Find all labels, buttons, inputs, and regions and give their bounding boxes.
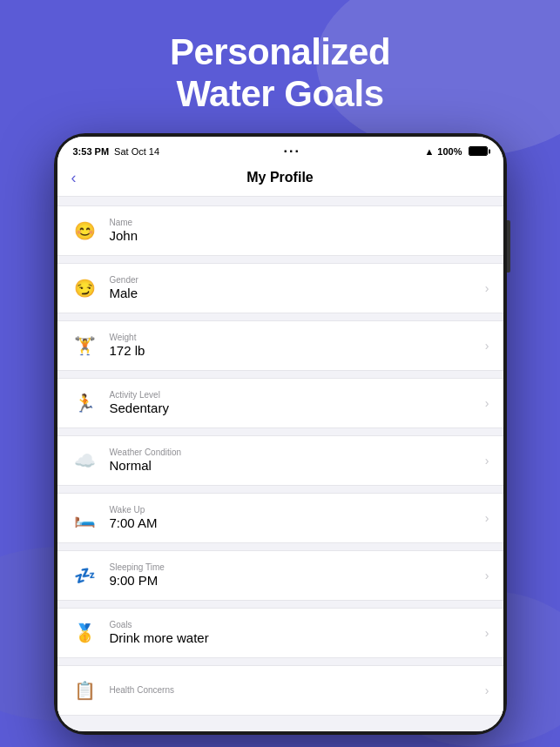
status-icons: ▲ 100% xyxy=(424,146,487,157)
wakeup-content: Wake Up 7:00 AM xyxy=(110,505,478,530)
activity-value: Sedentary xyxy=(110,400,478,415)
weight-content: Weight 172 lb xyxy=(110,333,478,358)
wakeup-chevron: › xyxy=(485,511,489,525)
health-content: Health Concerns xyxy=(110,685,478,696)
sleep-label: Sleeping Time xyxy=(110,562,478,572)
activity-content: Activity Level Sedentary xyxy=(110,390,478,415)
weight-icon: 🏋️ xyxy=(71,335,99,356)
wakeup-icon: 🛏️ xyxy=(71,508,99,528)
goals-group: 🥇 Goals Drink more water › xyxy=(57,608,503,658)
name-label: Name xyxy=(110,218,489,227)
gender-value: Male xyxy=(110,286,478,300)
battery-icon xyxy=(469,146,488,156)
gender-label: Gender xyxy=(110,275,478,285)
weather-value: Normal xyxy=(110,458,478,473)
header-title: Personalized Water Goals xyxy=(0,31,560,116)
nav-title: My Profile xyxy=(246,170,313,185)
health-chevron: › xyxy=(485,683,489,697)
weight-value: 172 lb xyxy=(110,343,478,358)
status-dots: ··· xyxy=(284,144,300,159)
goals-label: Goals xyxy=(110,620,478,629)
weight-chevron: › xyxy=(485,339,489,353)
battery-fill xyxy=(469,147,487,155)
weather-group: ☁️ Weather Condition Normal › xyxy=(57,435,503,486)
gender-icon: 😏 xyxy=(71,278,99,299)
side-button xyxy=(507,220,510,273)
weather-row[interactable]: ☁️ Weather Condition Normal › xyxy=(57,436,503,485)
goals-icon: 🥇 xyxy=(71,622,99,643)
goals-row[interactable]: 🥇 Goals Drink more water › xyxy=(57,609,503,657)
weight-row[interactable]: 🏋️ Weight 172 lb › xyxy=(57,321,503,370)
gender-chevron: › xyxy=(485,281,489,295)
nav-bar: ‹ My Profile xyxy=(57,163,503,197)
wakeup-row[interactable]: 🛏️ Wake Up 7:00 AM › xyxy=(57,494,503,542)
health-group: 📋 Health Concerns › xyxy=(57,665,503,716)
screen: 3:53 PM Sat Oct 14 ··· ▲ 100% ‹ My Profi… xyxy=(57,137,503,731)
sleep-icon: 💤 xyxy=(71,565,99,586)
gender-content: Gender Male xyxy=(110,275,478,300)
health-icon: 📋 xyxy=(71,680,99,701)
health-row[interactable]: 📋 Health Concerns › xyxy=(57,666,503,715)
weather-icon: ☁️ xyxy=(71,450,99,471)
weight-group: 🏋️ Weight 172 lb › xyxy=(57,320,503,371)
wifi-icon: ▲ xyxy=(424,146,434,157)
weight-label: Weight xyxy=(110,333,478,342)
health-label: Health Concerns xyxy=(110,685,478,695)
name-row: 😊 Name John xyxy=(57,206,503,255)
weather-label: Weather Condition xyxy=(110,448,478,457)
sleep-group: 💤 Sleeping Time 9:00 PM › xyxy=(57,550,503,601)
status-date: Sat Oct 14 xyxy=(114,146,159,157)
sleep-content: Sleeping Time 9:00 PM xyxy=(110,562,478,588)
name-content: Name John xyxy=(110,218,489,243)
weather-content: Weather Condition Normal xyxy=(110,448,478,473)
battery-percent: 100% xyxy=(437,146,462,157)
activity-label: Activity Level xyxy=(110,390,478,400)
wakeup-group: 🛏️ Wake Up 7:00 AM › xyxy=(57,493,503,543)
wakeup-label: Wake Up xyxy=(110,505,478,515)
sleep-value: 9:00 PM xyxy=(110,573,478,588)
activity-group: 🏃 Activity Level Sedentary › xyxy=(57,378,503,428)
name-value: John xyxy=(110,228,489,243)
goals-content: Goals Drink more water xyxy=(110,620,478,645)
wakeup-value: 7:00 AM xyxy=(110,515,478,530)
weather-chevron: › xyxy=(485,454,489,468)
gender-row[interactable]: 😏 Gender Male › xyxy=(57,264,503,313)
device-frame: 3:53 PM Sat Oct 14 ··· ▲ 100% ‹ My Profi… xyxy=(0,133,560,735)
activity-chevron: › xyxy=(485,396,489,410)
activity-row[interactable]: 🏃 Activity Level Sedentary › xyxy=(57,379,503,427)
back-button[interactable]: ‹ xyxy=(71,170,77,185)
goals-value: Drink more water xyxy=(110,630,478,645)
profile-content: 😊 Name John 😏 Gender Male xyxy=(57,197,503,731)
sleep-row[interactable]: 💤 Sleeping Time 9:00 PM › xyxy=(57,551,503,600)
sleep-chevron: › xyxy=(485,569,489,582)
status-time: 3:53 PM xyxy=(73,146,110,157)
header-section: Personalized Water Goals xyxy=(0,0,560,133)
name-group: 😊 Name John xyxy=(57,205,503,256)
status-bar: 3:53 PM Sat Oct 14 ··· ▲ 100% xyxy=(57,137,503,163)
activity-icon: 🏃 xyxy=(71,393,99,414)
gender-group: 😏 Gender Male › xyxy=(57,263,503,313)
device: 3:53 PM Sat Oct 14 ··· ▲ 100% ‹ My Profi… xyxy=(54,133,507,735)
name-icon: 😊 xyxy=(71,220,99,241)
goals-chevron: › xyxy=(485,626,489,640)
